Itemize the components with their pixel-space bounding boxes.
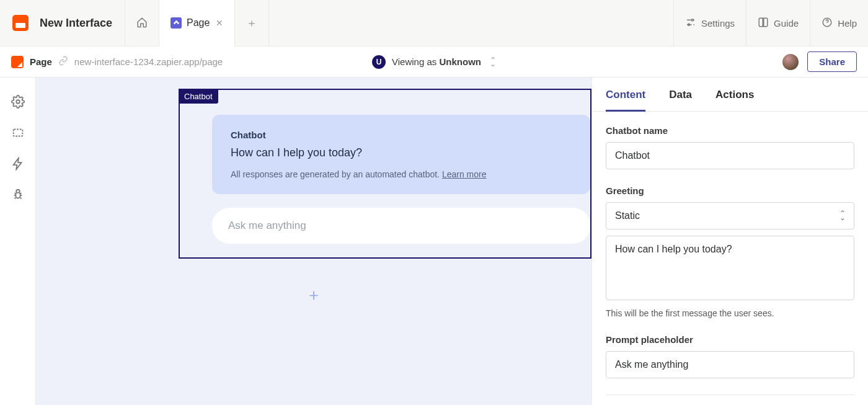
panel-body: Chatbot name Greeting ⌃⌄ This will be th…	[592, 112, 868, 405]
help-label: Help	[838, 18, 857, 29]
gear-icon[interactable]	[11, 95, 25, 109]
field-greeting: Greeting ⌃⌄ This will be the first messa…	[606, 185, 854, 318]
field-chatbot-name: Chatbot name	[606, 125, 854, 169]
chat-greeting-text: How can I help you today?	[231, 146, 572, 159]
svg-point-0	[691, 19, 693, 20]
viewbar: Page new-interface-1234.zapier.app/page …	[0, 47, 868, 78]
right-panel: Content Data Actions Chatbot name Greeti…	[592, 78, 868, 405]
tab-page[interactable]: Page ✕	[159, 0, 235, 47]
breadcrumb: Page new-interface-1234.zapier.app/page	[11, 56, 223, 68]
guide-label: Guide	[774, 18, 799, 29]
tab-add[interactable]: ＋	[235, 0, 269, 46]
canvas[interactable]: Chatbot Chatbot How can I help you today…	[36, 78, 592, 405]
chat-greeting-card: Chatbot How can I help you today? All re…	[212, 115, 590, 194]
chevron-updown-icon: ⌃⌄	[490, 58, 496, 66]
greeting-label: Greeting	[606, 185, 854, 196]
tab-data[interactable]: Data	[669, 89, 692, 111]
close-icon[interactable]: ✕	[216, 18, 223, 28]
chatbot-component[interactable]: Chatbot Chatbot How can I help you today…	[179, 89, 591, 259]
chat-title: Chatbot	[231, 130, 572, 140]
chat-disclaimer: All responses are generated by an automa…	[231, 169, 572, 179]
main: Chatbot Chatbot How can I help you today…	[0, 78, 868, 405]
link-icon	[58, 56, 68, 68]
topbar-right: Settings Guide Help	[673, 0, 868, 46]
greeting-select[interactable]: ⌃⌄	[606, 202, 854, 229]
page-icon	[170, 17, 182, 29]
settings-button[interactable]: Settings	[673, 0, 746, 46]
viewbar-right: Share	[782, 51, 857, 72]
crumb-page[interactable]: Page	[30, 56, 52, 67]
field-prompt-placeholder: Prompt placeholder	[606, 334, 854, 378]
app-logo-icon	[12, 15, 29, 31]
tab-home[interactable]	[125, 0, 159, 46]
topbar-left: New Interface	[0, 0, 125, 46]
greeting-help-text: This will be the first message the user …	[606, 308, 854, 318]
app-title: New Interface	[40, 17, 112, 30]
page-crumb-icon	[11, 56, 24, 68]
settings-icon	[685, 17, 696, 30]
chatbot-name-input[interactable]	[606, 142, 854, 169]
panel-tabs: Content Data Actions	[592, 78, 868, 112]
chat-input-placeholder: Ask me anything	[228, 220, 306, 232]
svg-point-3	[16, 100, 20, 104]
settings-label: Settings	[701, 18, 735, 29]
tab-actions[interactable]: Actions	[715, 89, 754, 111]
page-url[interactable]: new-interface-1234.zapier.app/page	[74, 56, 223, 67]
avatar[interactable]	[782, 54, 799, 70]
greeting-textarea[interactable]	[606, 236, 854, 300]
guide-button[interactable]: Guide	[746, 0, 810, 46]
tab-page-label: Page	[187, 17, 210, 29]
help-button[interactable]: Help	[810, 0, 868, 46]
plus-icon: ＋	[246, 16, 257, 30]
viewing-as[interactable]: U Viewing as Unknown ⌃⌄	[372, 55, 496, 69]
chat-input[interactable]: Ask me anything	[212, 208, 590, 244]
topbar: New Interface Page ✕ ＋ Settings Guide	[0, 0, 868, 47]
user-badge-icon: U	[372, 55, 386, 69]
left-rail	[0, 78, 36, 405]
prompt-placeholder-label: Prompt placeholder	[606, 334, 854, 345]
bug-icon[interactable]	[11, 188, 25, 202]
help-icon	[822, 17, 833, 30]
viewing-as-text: Viewing as Unknown	[392, 56, 481, 67]
svg-rect-4	[13, 130, 22, 136]
tab-content[interactable]: Content	[606, 89, 645, 112]
component-tag: Chatbot	[179, 89, 218, 104]
learn-more-link[interactable]: Learn more	[442, 169, 487, 179]
book-icon	[758, 17, 769, 30]
chatbot-name-label: Chatbot name	[606, 125, 854, 136]
home-icon	[136, 17, 148, 30]
svg-rect-5	[16, 192, 20, 198]
share-button[interactable]: Share	[807, 51, 857, 72]
add-component-button[interactable]: ＋	[306, 284, 322, 306]
greeting-select-value[interactable]	[606, 202, 854, 229]
bolt-icon[interactable]	[11, 157, 25, 171]
divider	[606, 394, 854, 395]
prompt-placeholder-input[interactable]	[606, 351, 854, 378]
layout-icon[interactable]	[11, 126, 25, 140]
